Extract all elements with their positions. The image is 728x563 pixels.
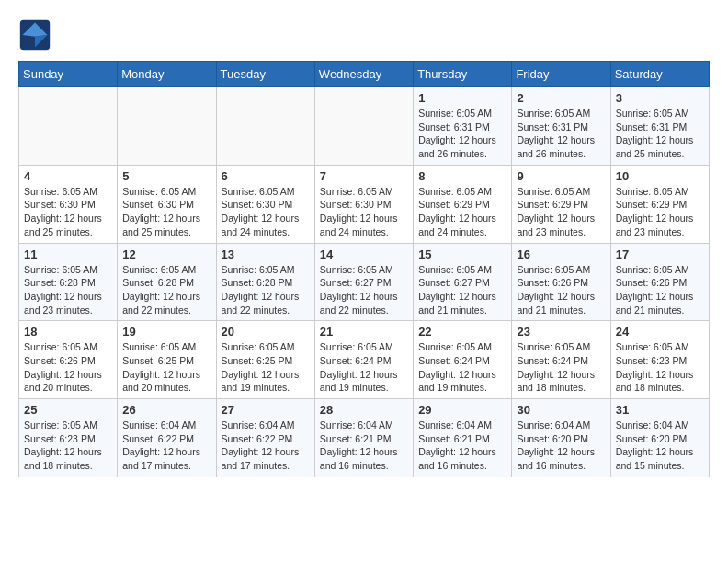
day-number: 31	[616, 403, 704, 417]
day-number: 5	[122, 169, 210, 183]
day-info: Sunrise: 6:04 AMSunset: 6:22 PMDaylight:…	[222, 419, 310, 473]
weekday-header-wednesday: Wednesday	[314, 62, 413, 87]
calendar-cell: 8Sunrise: 6:05 AMSunset: 6:29 PMDaylight…	[414, 165, 512, 243]
calendar-cell: 31Sunrise: 6:04 AMSunset: 6:20 PMDayligh…	[610, 399, 709, 477]
calendar-cell: 1Sunrise: 6:05 AMSunset: 6:31 PMDaylight…	[414, 87, 512, 166]
day-info: Sunrise: 6:05 AMSunset: 6:27 PMDaylight:…	[418, 263, 506, 317]
weekday-header-row: SundayMondayTuesdayWednesdayThursdayFrid…	[19, 62, 710, 87]
day-number: 23	[517, 325, 605, 339]
day-number: 28	[320, 403, 408, 417]
calendar-cell: 27Sunrise: 6:04 AMSunset: 6:22 PMDayligh…	[216, 399, 314, 477]
day-info: Sunrise: 6:05 AMSunset: 6:28 PMDaylight:…	[222, 263, 310, 317]
day-info: Sunrise: 6:05 AMSunset: 6:28 PMDaylight:…	[24, 263, 112, 317]
day-number: 18	[24, 325, 112, 339]
week-row-4: 18Sunrise: 6:05 AMSunset: 6:26 PMDayligh…	[19, 321, 710, 399]
calendar-cell: 5Sunrise: 6:05 AMSunset: 6:30 PMDaylight…	[118, 165, 216, 243]
week-row-3: 11Sunrise: 6:05 AMSunset: 6:28 PMDayligh…	[19, 243, 710, 321]
day-number: 6	[222, 169, 310, 183]
day-number: 11	[24, 247, 112, 261]
day-info: Sunrise: 6:04 AMSunset: 6:21 PMDaylight:…	[320, 419, 408, 473]
week-row-5: 25Sunrise: 6:05 AMSunset: 6:23 PMDayligh…	[19, 399, 710, 477]
weekday-header-thursday: Thursday	[414, 62, 512, 87]
day-info: Sunrise: 6:05 AMSunset: 6:24 PMDaylight:…	[418, 340, 506, 395]
day-info: Sunrise: 6:05 AMSunset: 6:25 PMDaylight:…	[122, 340, 210, 395]
calendar-cell: 6Sunrise: 6:05 AMSunset: 6:30 PMDaylight…	[216, 165, 314, 243]
day-info: Sunrise: 6:05 AMSunset: 6:24 PMDaylight:…	[517, 340, 605, 395]
calendar-cell: 16Sunrise: 6:05 AMSunset: 6:26 PMDayligh…	[512, 243, 610, 321]
calendar-cell: 29Sunrise: 6:04 AMSunset: 6:21 PMDayligh…	[414, 399, 512, 477]
day-number: 3	[616, 91, 704, 105]
weekday-header-tuesday: Tuesday	[216, 62, 314, 87]
day-number: 19	[122, 325, 210, 339]
calendar-table: SundayMondayTuesdayWednesdayThursdayFrid…	[18, 61, 710, 477]
calendar-cell	[216, 87, 314, 166]
calendar-cell	[118, 87, 216, 166]
day-info: Sunrise: 6:05 AMSunset: 6:30 PMDaylight:…	[24, 185, 112, 239]
day-number: 9	[517, 169, 605, 183]
day-number: 27	[222, 403, 310, 417]
day-number: 26	[122, 403, 210, 417]
day-number: 21	[320, 325, 408, 339]
calendar-cell: 24Sunrise: 6:05 AMSunset: 6:23 PMDayligh…	[610, 321, 709, 399]
calendar-cell: 22Sunrise: 6:05 AMSunset: 6:24 PMDayligh…	[414, 321, 512, 399]
calendar-cell: 2Sunrise: 6:05 AMSunset: 6:31 PMDaylight…	[512, 87, 610, 166]
day-number: 1	[418, 91, 506, 105]
day-info: Sunrise: 6:04 AMSunset: 6:20 PMDaylight:…	[517, 419, 605, 473]
day-info: Sunrise: 6:05 AMSunset: 6:30 PMDaylight:…	[320, 185, 408, 239]
calendar-cell: 10Sunrise: 6:05 AMSunset: 6:29 PMDayligh…	[610, 165, 709, 243]
calendar-cell: 12Sunrise: 6:05 AMSunset: 6:28 PMDayligh…	[118, 243, 216, 321]
day-info: Sunrise: 6:05 AMSunset: 6:23 PMDaylight:…	[616, 340, 704, 395]
day-info: Sunrise: 6:04 AMSunset: 6:22 PMDaylight:…	[122, 419, 210, 473]
calendar-cell: 15Sunrise: 6:05 AMSunset: 6:27 PMDayligh…	[414, 243, 512, 321]
day-number: 30	[517, 403, 605, 417]
calendar-cell	[314, 87, 413, 166]
calendar-cell: 3Sunrise: 6:05 AMSunset: 6:31 PMDaylight…	[610, 87, 709, 166]
day-number: 29	[418, 403, 506, 417]
day-info: Sunrise: 6:05 AMSunset: 6:23 PMDaylight:…	[24, 419, 112, 473]
day-info: Sunrise: 6:05 AMSunset: 6:26 PMDaylight:…	[24, 340, 112, 395]
calendar-cell: 20Sunrise: 6:05 AMSunset: 6:25 PMDayligh…	[216, 321, 314, 399]
weekday-header-saturday: Saturday	[610, 62, 709, 87]
day-info: Sunrise: 6:05 AMSunset: 6:24 PMDaylight:…	[320, 340, 408, 395]
calendar-cell: 26Sunrise: 6:04 AMSunset: 6:22 PMDayligh…	[118, 399, 216, 477]
day-info: Sunrise: 6:04 AMSunset: 6:20 PMDaylight:…	[616, 419, 704, 473]
logo-icon	[18, 18, 51, 52]
day-info: Sunrise: 6:05 AMSunset: 6:26 PMDaylight:…	[616, 263, 704, 317]
calendar-cell: 4Sunrise: 6:05 AMSunset: 6:30 PMDaylight…	[19, 165, 118, 243]
day-number: 14	[320, 247, 408, 261]
day-number: 12	[122, 247, 210, 261]
weekday-header-sunday: Sunday	[19, 62, 118, 87]
calendar-cell: 23Sunrise: 6:05 AMSunset: 6:24 PMDayligh…	[512, 321, 610, 399]
day-number: 4	[24, 169, 112, 183]
calendar-cell	[19, 87, 118, 166]
day-number: 16	[517, 247, 605, 261]
day-number: 13	[222, 247, 310, 261]
page-header	[18, 18, 710, 52]
day-number: 8	[418, 169, 506, 183]
calendar-cell: 25Sunrise: 6:05 AMSunset: 6:23 PMDayligh…	[19, 399, 118, 477]
day-info: Sunrise: 6:04 AMSunset: 6:21 PMDaylight:…	[418, 419, 506, 473]
calendar-cell: 14Sunrise: 6:05 AMSunset: 6:27 PMDayligh…	[314, 243, 413, 321]
calendar-cell: 11Sunrise: 6:05 AMSunset: 6:28 PMDayligh…	[19, 243, 118, 321]
day-number: 25	[24, 403, 112, 417]
day-number: 22	[418, 325, 506, 339]
calendar-cell: 19Sunrise: 6:05 AMSunset: 6:25 PMDayligh…	[118, 321, 216, 399]
day-info: Sunrise: 6:05 AMSunset: 6:31 PMDaylight:…	[616, 107, 704, 161]
day-info: Sunrise: 6:05 AMSunset: 6:30 PMDaylight:…	[122, 185, 210, 239]
day-number: 15	[418, 247, 506, 261]
week-row-2: 4Sunrise: 6:05 AMSunset: 6:30 PMDaylight…	[19, 165, 710, 243]
calendar-cell: 18Sunrise: 6:05 AMSunset: 6:26 PMDayligh…	[19, 321, 118, 399]
weekday-header-monday: Monday	[118, 62, 216, 87]
day-number: 10	[616, 169, 704, 183]
weekday-header-friday: Friday	[512, 62, 610, 87]
day-number: 7	[320, 169, 408, 183]
day-info: Sunrise: 6:05 AMSunset: 6:29 PMDaylight:…	[616, 185, 704, 239]
day-info: Sunrise: 6:05 AMSunset: 6:31 PMDaylight:…	[418, 107, 506, 161]
day-info: Sunrise: 6:05 AMSunset: 6:27 PMDaylight:…	[320, 263, 408, 317]
day-info: Sunrise: 6:05 AMSunset: 6:25 PMDaylight:…	[222, 340, 310, 395]
day-info: Sunrise: 6:05 AMSunset: 6:30 PMDaylight:…	[222, 185, 310, 239]
calendar-cell: 9Sunrise: 6:05 AMSunset: 6:29 PMDaylight…	[512, 165, 610, 243]
calendar-cell: 21Sunrise: 6:05 AMSunset: 6:24 PMDayligh…	[314, 321, 413, 399]
day-number: 2	[517, 91, 605, 105]
logo	[18, 18, 55, 52]
